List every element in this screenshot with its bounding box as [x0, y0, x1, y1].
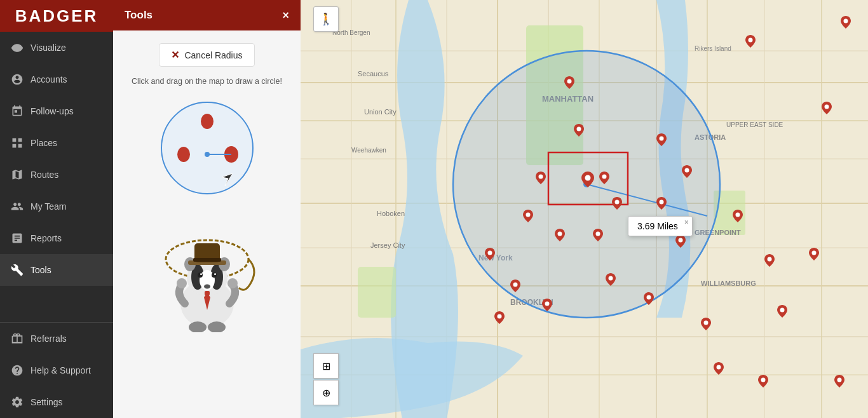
distance-popup: × 3.69 Miles: [628, 216, 693, 236]
logo-area: BADGER: [0, 0, 113, 32]
svg-point-25: [227, 278, 238, 288]
sidebar-item-settings[interactable]: Settings: [0, 386, 113, 418]
map-background: MANHATTAN Union City Secaucus BROOKLYN A…: [301, 0, 868, 418]
svg-point-75: [577, 127, 581, 131]
sidebar-item-help-support-label: Help & Support: [31, 365, 91, 375]
sidebar-item-visualize-label: Visualize: [31, 43, 66, 53]
svg-text:WILLIAMSBURG: WILLIAMSBURG: [701, 280, 756, 287]
app-logo: BADGER: [15, 6, 98, 26]
svg-point-103: [585, 175, 591, 181]
svg-point-88: [609, 276, 613, 281]
sidebar-item-tools[interactable]: Tools: [0, 254, 113, 286]
tools-panel: Tools × ✕ Cancel Radius Click and drag o…: [113, 0, 301, 418]
svg-point-91: [647, 295, 651, 300]
svg-point-80: [526, 213, 531, 217]
svg-rect-54: [358, 267, 396, 318]
sidebar-item-my-team-label: My Team: [31, 201, 67, 212]
sidebar-item-referrals-label: Referrals: [31, 334, 67, 344]
badger-mascot: [150, 212, 264, 332]
tools-close-button[interactable]: ×: [282, 10, 289, 21]
distance-close[interactable]: ×: [684, 218, 689, 227]
svg-text:Hoboken: Hoboken: [377, 210, 405, 217]
sidebar-item-routes-label: Routes: [31, 170, 58, 180]
sidebar-item-follow-ups[interactable]: Follow-ups: [0, 95, 113, 127]
tools-icon: [10, 263, 24, 277]
sidebar-item-routes[interactable]: Routes: [0, 159, 113, 191]
sidebar-item-follow-ups-label: Follow-ups: [31, 106, 74, 116]
sidebar-item-tools-label: Tools: [31, 265, 51, 275]
layers-icon: ⊞: [322, 360, 330, 372]
svg-point-81: [539, 175, 543, 179]
route-icon: [10, 168, 24, 182]
svg-point-17: [204, 285, 210, 289]
svg-point-85: [679, 238, 683, 243]
sidebar-item-visualize[interactable]: Visualize: [0, 32, 113, 64]
svg-text:Secaucus: Secaucus: [358, 70, 389, 78]
cancel-radius-button[interactable]: ✕ Cancel Radius: [159, 43, 254, 67]
user-circle-icon: [10, 72, 24, 86]
map-locate-button[interactable]: ⊕: [313, 380, 339, 405]
svg-point-97: [844, 19, 848, 24]
svg-point-95: [825, 105, 829, 109]
svg-point-20: [200, 273, 202, 275]
svg-point-19: [212, 273, 217, 278]
svg-point-101: [717, 365, 721, 370]
sidebar-item-accounts-label: Accounts: [31, 74, 67, 84]
svg-point-18: [198, 273, 203, 278]
map-controls-bottom: ⊞ ⊕: [313, 353, 339, 405]
svg-rect-27: [205, 291, 210, 295]
svg-point-87: [768, 257, 772, 262]
svg-point-9: [205, 152, 210, 157]
tools-body: ✕ Cancel Radius Click and drag on the ma…: [113, 30, 301, 418]
svg-point-99: [761, 378, 766, 382]
svg-point-84: [660, 200, 664, 205]
svg-point-89: [513, 283, 518, 287]
svg-point-77: [615, 200, 620, 205]
sidebar-item-reports[interactable]: Reports: [0, 222, 113, 254]
svg-point-93: [780, 308, 785, 313]
svg-point-76: [602, 175, 607, 179]
sidebar-item-my-team[interactable]: My Team: [0, 191, 113, 222]
svg-text:Rikers Island: Rikers Island: [695, 45, 731, 52]
sidebar-item-settings-label: Settings: [31, 397, 63, 407]
sidebar-item-referrals[interactable]: Referrals: [0, 323, 113, 354]
svg-point-94: [812, 251, 817, 255]
svg-point-98: [488, 251, 492, 255]
svg-text:UPPER EAST SIDE: UPPER EAST SIDE: [726, 121, 783, 128]
svg-point-100: [837, 378, 842, 382]
svg-point-24: [177, 278, 187, 288]
svg-point-21: [214, 273, 216, 275]
sidebar-item-reports-label: Reports: [31, 233, 62, 243]
gift-icon: [10, 332, 24, 346]
svg-point-92: [704, 321, 709, 325]
sidebar: BADGER Visualize Accounts Follow-ups Pla…: [0, 0, 113, 418]
sidebar-item-places[interactable]: Places: [0, 127, 113, 159]
people-icon: [10, 199, 24, 213]
svg-point-82: [660, 137, 664, 141]
calendar-icon: [10, 104, 24, 118]
svg-text:Jersey City: Jersey City: [370, 241, 405, 249]
svg-point-83: [685, 168, 689, 173]
tools-title: Tools: [125, 9, 153, 22]
circle-diagram: [156, 97, 258, 199]
question-icon: [10, 363, 24, 377]
map-layers-button[interactable]: ⊞: [313, 353, 339, 379]
svg-text:Weehawken: Weehawken: [351, 147, 386, 154]
person-icon-button[interactable]: 🚶: [313, 6, 339, 32]
svg-text:Union City: Union City: [364, 108, 397, 116]
sidebar-item-accounts[interactable]: Accounts: [0, 64, 113, 95]
sidebar-bottom: Referrals Help & Support Settings: [0, 322, 113, 418]
svg-point-86: [736, 213, 740, 217]
reports-icon: [10, 231, 24, 245]
map-area[interactable]: MANHATTAN Union City Secaucus BROOKLYN A…: [301, 0, 868, 418]
svg-point-79: [558, 232, 562, 236]
eye-icon: [10, 41, 24, 55]
badger-svg: [150, 212, 264, 332]
cancel-radius-label: Cancel Radius: [184, 50, 242, 60]
gear-icon: [10, 395, 24, 409]
sidebar-item-help-support[interactable]: Help & Support: [0, 354, 113, 386]
person-icon: 🚶: [319, 12, 333, 26]
grid-icon: [10, 136, 24, 150]
svg-point-78: [596, 232, 600, 236]
drag-hint-text: Click and drag on the map to draw a circ…: [132, 77, 282, 86]
